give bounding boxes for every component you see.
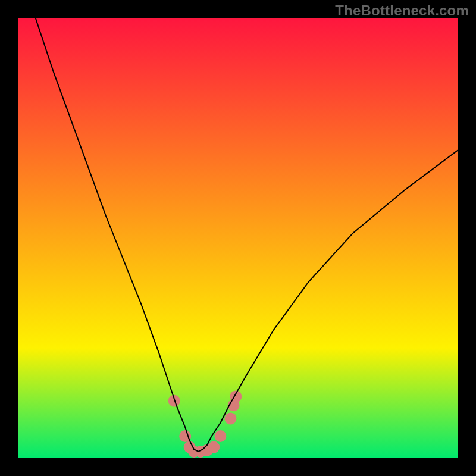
marker-dot: [214, 430, 226, 442]
watermark-text: TheBottleneck.com: [335, 2, 469, 19]
chart-frame: TheBottleneck.com: [0, 0, 476, 476]
marker-dot: [168, 395, 180, 407]
plot-area: [18, 18, 458, 458]
marker-dot: [208, 441, 220, 453]
chart-svg: [18, 18, 458, 458]
marker-dot: [224, 412, 236, 424]
